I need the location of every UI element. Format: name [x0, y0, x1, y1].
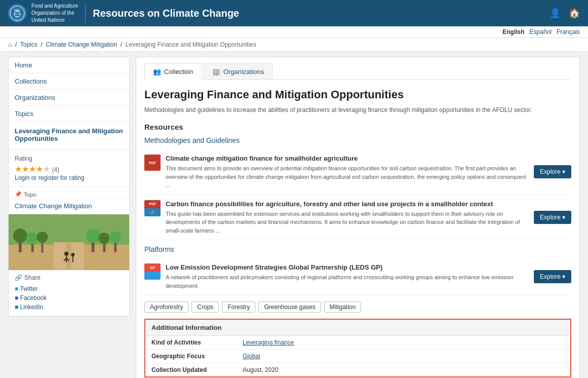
explore-btn-1[interactable]: Explore ▾ [534, 165, 571, 178]
resource-item-2: PDF 🔗 Carbon finance possibilities for a… [144, 195, 571, 241]
resource-details-3: Low Emission Development Strategies Glob… [166, 263, 529, 290]
platform-icon-3: GP 🌐 [144, 263, 161, 280]
svg-point-15 [86, 229, 100, 243]
tabs: 👥 Collection 🏢 Organizations [144, 63, 571, 80]
rating-login-link[interactable]: Login or register for rating [15, 174, 84, 181]
tab-collection[interactable]: 👥 Collection [144, 63, 202, 80]
subsection-methodologies: Methodologies and Guidelines [144, 136, 571, 144]
header-icons: 👤 🏠 [550, 8, 580, 19]
tag-crops[interactable]: Crops [191, 301, 219, 313]
info-row-updated: Collection Updated August, 2020 [145, 363, 570, 376]
tag-greenhouse[interactable]: Greenhouse gases [258, 301, 321, 313]
breadcrumb: ⌂ / Topics / Climate Change Mitigation /… [0, 38, 588, 52]
sidebar-rating-section: Rating ★★★★★ (4) Login or register for r… [9, 150, 129, 187]
svg-point-13 [37, 232, 48, 243]
resources-label: Resources [144, 123, 571, 131]
svg-rect-7 [66, 242, 71, 270]
page-title: Leveraging Finance and Mitigation Opport… [144, 88, 571, 101]
svg-point-19 [109, 231, 121, 243]
breadcrumb-topics[interactable]: Topics [20, 41, 37, 48]
resource-details-2: Carbon finance possibilities for agricul… [166, 200, 529, 235]
sidebar-collection-section: Leveraging Finance and Mitigation Opport… [9, 122, 129, 150]
tag-row: Agroforestry Crops Forestry Greenhouse g… [144, 301, 571, 313]
rating-stars: ★★★★★ (4) [15, 164, 123, 174]
resource-title-2: Carbon finance possibilities for agricul… [166, 200, 529, 208]
info-row-activities: Kind of Activities Leveraging finance [145, 336, 570, 350]
tag-mitigation[interactable]: Mitigation [324, 301, 361, 313]
pdf-icon-1 [144, 155, 161, 171]
org-name: Food and Agriculture Organization of the… [31, 3, 78, 24]
svg-point-17 [99, 233, 110, 244]
share-icon: 🔗 [15, 274, 22, 281]
sidebar-collection-title: Leveraging Finance and Mitigation Opport… [15, 127, 123, 142]
tag-forestry[interactable]: Forestry [222, 301, 255, 313]
svg-point-24 [71, 253, 74, 256]
lang-espanol[interactable]: Español [530, 28, 552, 35]
main-content: 👥 Collection 🏢 Organizations Leveraging … [136, 57, 580, 378]
resource-desc-2: This guide has been assembled for extens… [166, 210, 529, 235]
info-value-activities[interactable]: Leveraging finance [243, 339, 294, 346]
main-wrapper: Home Collections Organizations Topics Le… [0, 52, 588, 378]
svg-point-9 [13, 229, 27, 243]
share-title: 🔗 Share [15, 274, 123, 281]
sidebar-item-home[interactable]: Home [9, 57, 129, 73]
topic-icon: 📌 [15, 191, 22, 198]
sidebar-item-organizations[interactable]: Organizations [9, 90, 129, 106]
tab-organizations[interactable]: 🏢 Organizations [204, 63, 272, 80]
resource-title-3: Low Emission Development Strategies Glob… [166, 263, 529, 271]
subsection-platforms: Platforms [144, 245, 571, 253]
share-section: 🔗 Share ■ Twitter ■ Facebook ■ LinkedIn [9, 270, 129, 316]
breadcrumb-home[interactable]: ⌂ [8, 41, 12, 48]
page-description: Methodologies and guidelines to increase… [144, 105, 571, 115]
home-icon[interactable]: 🏠 [569, 8, 580, 19]
topic-image [9, 214, 129, 270]
sidebar-item-collections[interactable]: Collections [9, 73, 129, 90]
info-label-updated: Collection Updated [151, 366, 243, 373]
info-value-geo[interactable]: Global [243, 353, 260, 360]
site-title: Resources on Climate Change [93, 8, 239, 19]
lang-francais[interactable]: Français [557, 28, 580, 35]
twitter-icon: ■ [15, 285, 18, 292]
resource-details-1: Climate change mitigation finance for sm… [166, 155, 529, 190]
additional-info: Additional Information Kind of Activitie… [144, 319, 571, 377]
explore-btn-3[interactable]: Explore ▾ [534, 270, 571, 283]
org-icon: 🏢 [212, 68, 220, 75]
facebook-icon: ■ [15, 294, 18, 301]
sidebar-item-topics[interactable]: Topics [9, 106, 129, 122]
tag-agroforestry[interactable]: Agroforestry [144, 301, 188, 313]
sidebar-topic-link[interactable]: Climate Change Mitigation [9, 200, 129, 214]
linkedin-icon: ■ [15, 304, 18, 311]
pdf-blue-icon-2: PDF 🔗 [144, 200, 161, 216]
resource-item-1: Climate change mitigation finance for sm… [144, 149, 571, 195]
collection-icon: 👥 [153, 68, 161, 75]
info-label-geo: Geographic Focus [151, 353, 243, 360]
share-linkedin[interactable]: ■ LinkedIn [15, 303, 123, 312]
breadcrumb-topic[interactable]: Climate Change Mitigation [46, 41, 117, 48]
sidebar: Home Collections Organizations Topics Le… [8, 57, 130, 317]
share-twitter[interactable]: ■ Twitter [15, 284, 123, 293]
additional-info-title: Additional Information [145, 320, 570, 336]
sidebar-nav: Home Collections Organizations Topics [9, 57, 129, 122]
topic-label: 📌 Topic [9, 187, 129, 200]
resource-item-3: GP 🌐 Low Emission Development Strategies… [144, 258, 571, 295]
language-bar: English Español Français [0, 26, 588, 38]
info-row-geo: Geographic Focus Global [145, 350, 570, 363]
logo-area: FAO Food and Agriculture Organization of… [8, 3, 86, 24]
info-label-activities: Kind of Activities [151, 339, 243, 346]
resource-desc-3: A network of practitioners and policymak… [166, 273, 529, 290]
svg-point-11 [26, 232, 38, 244]
resource-desc-1: This document aims to provide an overvie… [166, 164, 529, 190]
fao-logo: FAO [8, 4, 26, 22]
resource-title-1: Climate change mitigation finance for sm… [166, 155, 529, 162]
explore-btn-2[interactable]: Explore ▾ [534, 211, 571, 224]
site-header: FAO Food and Agriculture Organization of… [0, 0, 588, 26]
rating-count: (4) [52, 166, 60, 173]
user-icon[interactable]: 👤 [550, 8, 561, 19]
svg-point-20 [64, 252, 68, 256]
lang-english[interactable]: English [502, 28, 524, 35]
breadcrumb-current: Leveraging Finance and Mitigation Opport… [126, 41, 256, 48]
share-facebook[interactable]: ■ Facebook [15, 293, 123, 303]
info-value-updated: August, 2020 [243, 366, 279, 373]
rating-label: Rating [15, 155, 123, 162]
